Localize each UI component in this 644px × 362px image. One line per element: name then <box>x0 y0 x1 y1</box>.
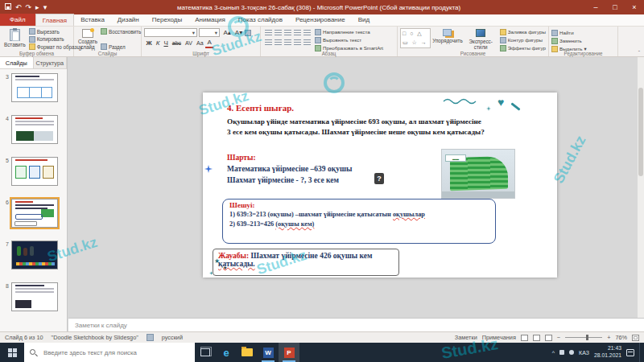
paste-button[interactable]: Вставить <box>2 28 27 48</box>
shape-fill-button[interactable]: Заливка фигуры <box>500 28 546 35</box>
align-right-button[interactable] <box>284 39 291 46</box>
replace-button[interactable]: Заменить <box>551 37 587 44</box>
tab-animations[interactable]: Анимация <box>188 14 232 26</box>
undo-button[interactable]: ↶ <box>15 3 22 11</box>
tab-slideshow[interactable]: Показ слайдов <box>232 14 289 26</box>
font-size-combo[interactable]: ▾ <box>199 28 220 37</box>
arrange-button[interactable]: Упорядочить <box>431 28 464 44</box>
qat-customize-button[interactable]: ▾ <box>43 3 47 11</box>
tray-icon-1[interactable] <box>559 350 564 355</box>
file-explorer-button[interactable] <box>237 343 258 362</box>
language-button[interactable]: КАЗ <box>579 350 589 356</box>
task-view-button[interactable] <box>195 343 216 362</box>
tab-transitions[interactable]: Переходы <box>146 14 189 26</box>
vertical-scrollbar[interactable] <box>638 57 644 318</box>
hidden-icons-button[interactable]: ^ <box>552 350 555 356</box>
panel-tab-outline[interactable]: Структура <box>34 57 68 68</box>
numbering-button[interactable] <box>275 30 282 36</box>
maximize-button[interactable]: □ <box>605 0 625 14</box>
tab-insert[interactable]: Вставка <box>74 14 111 26</box>
tray-icon-2[interactable] <box>569 350 574 355</box>
taskbar-search[interactable] <box>24 343 195 362</box>
slide-thumbnail-8[interactable]: 8 <box>3 282 58 311</box>
redo-button[interactable]: ↷ <box>26 3 32 11</box>
indent-increase-button[interactable] <box>294 30 301 36</box>
scrollbar-thumb[interactable] <box>638 88 643 176</box>
grow-font-button[interactable]: A▴ <box>221 29 233 37</box>
reading-view-button[interactable] <box>545 335 552 341</box>
character-spacing-button[interactable]: AV <box>184 39 195 47</box>
normal-view-button[interactable] <box>521 335 528 341</box>
clear-formatting-icon[interactable] <box>245 30 251 36</box>
show-desktop-button[interactable] <box>639 343 642 362</box>
slide-thumbnail-5[interactable]: 5 <box>3 157 58 186</box>
fit-slide-button[interactable] <box>632 335 639 341</box>
find-button[interactable]: Найти <box>551 29 587 36</box>
zoom-slider[interactable] <box>565 337 602 338</box>
notes-toggle-button[interactable]: Заметки <box>455 334 477 341</box>
solution-box[interactable]: Шешуі: 1) 639:3=213 (оқушы) –шахмат үйір… <box>222 199 496 244</box>
slide-thumbnail-4[interactable]: 4 <box>3 115 58 144</box>
new-slide-button[interactable]: Создать слайд <box>76 28 99 51</box>
condition-line-2[interactable]: Шахмат үйірмесіне - ?, 3 есе кем <box>227 176 339 184</box>
line-spacing-button[interactable] <box>303 30 311 36</box>
minimize-button[interactable]: – <box>586 0 605 14</box>
reset-button[interactable]: Восстановить <box>101 28 141 35</box>
align-text-button[interactable]: Выровнять текст <box>315 36 383 43</box>
spellcheck-icon[interactable] <box>147 334 154 341</box>
font-name-combo[interactable]: ▾ <box>144 28 197 37</box>
slide-thumbnail-6[interactable]: 6 <box>3 199 58 228</box>
tab-review[interactable]: Рецензирование <box>289 14 352 26</box>
powerpoint-button[interactable]: P <box>279 343 299 362</box>
quick-styles-button[interactable]: Экспресс-стили <box>464 28 497 51</box>
bold-button[interactable]: Ж <box>144 39 154 47</box>
slide-thumbnail-3[interactable]: 3 <box>3 73 58 102</box>
font-color-button[interactable]: А <box>205 39 213 48</box>
search-input[interactable] <box>24 343 195 362</box>
tab-home[interactable]: Главная <box>35 14 74 26</box>
underline-button[interactable]: Ч <box>162 39 170 47</box>
comments-toggle-button[interactable]: Примечания <box>482 334 516 341</box>
align-left-button[interactable] <box>265 39 272 46</box>
close-button[interactable]: × <box>625 0 644 14</box>
tab-view[interactable]: Вид <box>352 14 376 26</box>
building-image[interactable]: ▬▬ <box>441 149 515 199</box>
bullets-button[interactable] <box>265 30 272 36</box>
shrink-font-button[interactable]: A▾ <box>233 29 244 37</box>
slide-title[interactable]: 4. Есепті шығар. <box>227 103 294 113</box>
slide-sorter-view-button[interactable] <box>533 335 540 341</box>
columns-button[interactable] <box>303 39 311 46</box>
tab-design[interactable]: Дизайн <box>111 14 146 26</box>
zoom-percentage[interactable]: 76% <box>615 334 627 341</box>
shape-outline-button[interactable]: Контур фигуры <box>500 36 546 43</box>
zoom-in-button[interactable]: + <box>607 334 610 341</box>
problem-line-2[interactable]: 3 есе кем оқушы қатысады. Шахмат үйірмес… <box>227 128 485 136</box>
shapes-gallery[interactable]: □ ○ △▭ ☆ → <box>400 28 431 48</box>
save-button[interactable] <box>5 3 11 11</box>
zoom-out-button[interactable]: − <box>557 334 560 341</box>
word-button[interactable]: W <box>258 343 279 362</box>
collapse-ribbon-button[interactable]: ˆ <box>638 50 640 56</box>
indent-decrease-button[interactable] <box>284 30 291 36</box>
clock[interactable]: 21:43 28.01.2021 <box>594 345 621 360</box>
start-button[interactable] <box>0 343 24 362</box>
answer-box[interactable]: Жауабы: Шахмат үйірмесіне 426 оқушы кем … <box>213 249 399 276</box>
problem-line-1[interactable]: Оқушылар үйінде математика үйірмесіне 69… <box>227 117 481 125</box>
section-button[interactable]: Раздел <box>101 43 141 50</box>
strikethrough-button[interactable]: abc <box>170 39 183 47</box>
align-center-button[interactable] <box>275 39 282 46</box>
text-direction-button[interactable]: Направление текста <box>315 28 383 35</box>
notes-pane[interactable]: Заметки к слайду <box>68 318 644 331</box>
justify-button[interactable] <box>294 39 301 46</box>
action-center-icon[interactable] <box>626 349 634 356</box>
tab-file[interactable]: Файл <box>0 14 35 26</box>
slide-canvas[interactable]: ♥ ★ ★ 4. Есепті шығар. Оқушылар үйінде м… <box>203 93 557 278</box>
italic-button[interactable]: К <box>154 39 162 47</box>
edge-button[interactable]: e <box>216 343 237 362</box>
panel-tab-slides[interactable]: Слайды <box>0 57 34 68</box>
language-indicator[interactable]: русский <box>162 334 183 341</box>
condition-label[interactable]: Шарты: <box>227 154 256 162</box>
change-case-button[interactable]: Аа <box>194 39 205 47</box>
condition-line-1[interactable]: Математика үйірмесіне –639 оқушы <box>227 165 352 173</box>
theme-name[interactable]: "Doodle Sketchbook by Slidesgo" <box>52 334 138 341</box>
